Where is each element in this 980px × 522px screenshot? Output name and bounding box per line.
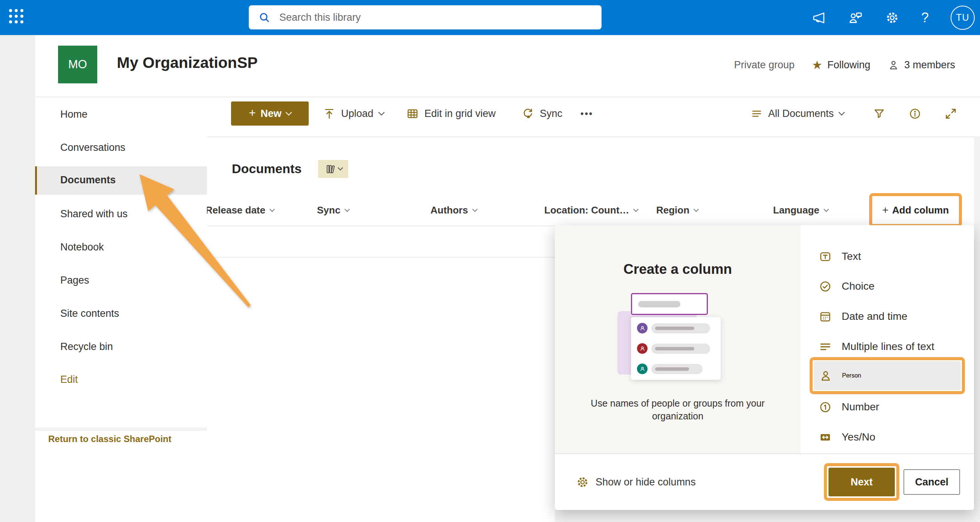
- yes-no-icon: [819, 431, 832, 444]
- sync-button[interactable]: Sync: [522, 101, 562, 126]
- column-type-choice[interactable]: Choice: [819, 274, 875, 299]
- column-label: Location: Count…: [544, 204, 629, 216]
- nav-item-home[interactable]: Home: [60, 109, 88, 120]
- following-control[interactable]: ★ Following: [812, 59, 870, 71]
- plus-icon: +: [882, 204, 888, 216]
- person-icon: [819, 369, 832, 382]
- search-box[interactable]: [249, 5, 601, 29]
- plus-icon: +: [249, 106, 256, 120]
- column-header-location[interactable]: Location: Count…: [544, 204, 638, 216]
- site-meta: Private group ★ Following 3 members: [734, 53, 956, 77]
- chevron-down-icon: [472, 206, 477, 212]
- upload-button[interactable]: Upload: [323, 101, 384, 126]
- nav-item-edit[interactable]: Edit: [60, 374, 78, 385]
- column-header-release-date[interactable]: Release date: [205, 204, 274, 216]
- illustration-people-card: [631, 317, 721, 380]
- library-icon-button[interactable]: [318, 160, 348, 178]
- illustration-person-row: [637, 323, 714, 334]
- settings-gear-icon[interactable]: [885, 11, 899, 25]
- chevron-down-icon: [824, 206, 829, 212]
- edit-grid-view-label: Edit in grid view: [425, 108, 496, 120]
- search-input[interactable]: [278, 11, 566, 24]
- suite-bar: ? TU: [0, 0, 980, 35]
- column-type-description: Use names of people or groups from your …: [572, 397, 783, 422]
- page-bottom-strip: [555, 510, 980, 522]
- multiline-icon: [819, 340, 832, 353]
- column-label: Sync: [317, 204, 340, 216]
- avatar-red: [637, 343, 648, 354]
- grid-icon: [406, 107, 419, 120]
- sync-label: Sync: [540, 108, 562, 120]
- account-avatar[interactable]: TU: [951, 6, 975, 30]
- left-app-rail: [0, 35, 35, 522]
- next-button-highlight: Next: [824, 463, 899, 501]
- new-button[interactable]: + New: [231, 101, 309, 126]
- view-lines-icon: [751, 108, 762, 120]
- column-header-language[interactable]: Language: [773, 204, 828, 216]
- privacy-label: Private group: [734, 59, 795, 71]
- chevron-down-icon: [633, 206, 638, 212]
- nav-item-conversations[interactable]: Conversations: [60, 142, 126, 153]
- illustration-person-row: [637, 343, 714, 354]
- nav-item-site-contents[interactable]: Site contents: [60, 308, 119, 319]
- column-type-date-time[interactable]: Date and time: [819, 304, 907, 329]
- next-button[interactable]: Next: [829, 468, 895, 496]
- books-library-icon: [325, 164, 336, 175]
- show-hide-columns-button[interactable]: Show or hide columns: [576, 454, 696, 510]
- cancel-button[interactable]: Cancel: [904, 469, 960, 495]
- table-row-divider: [207, 257, 555, 258]
- info-icon[interactable]: [908, 107, 921, 120]
- star-icon: ★: [812, 59, 822, 71]
- expand-diagonal-icon[interactable]: [944, 107, 958, 120]
- more-commands-button[interactable]: •••: [581, 101, 593, 126]
- view-selector[interactable]: All Documents: [751, 101, 844, 126]
- column-type-label: Choice: [842, 280, 875, 292]
- column-header-authors[interactable]: Authors: [430, 204, 477, 216]
- column-type-text[interactable]: Text: [819, 244, 861, 268]
- column-type-label: Number: [842, 401, 879, 413]
- chevron-down-icon: [378, 109, 385, 116]
- suite-bar-actions: ? TU: [812, 0, 975, 35]
- return-to-classic-link[interactable]: Return to classic SharePoint: [48, 434, 172, 444]
- help-icon[interactable]: ?: [921, 10, 929, 26]
- column-type-number[interactable]: Number: [819, 395, 879, 419]
- gear-icon: [576, 476, 589, 489]
- site-logo[interactable]: MO: [58, 46, 97, 83]
- column-type-yes-no[interactable]: Yes/No: [819, 425, 875, 449]
- members-control[interactable]: 3 members: [888, 59, 955, 71]
- sync-icon: [522, 107, 534, 120]
- feedback-people-chat-icon[interactable]: [848, 10, 863, 25]
- add-column-button[interactable]: + Add column: [869, 193, 962, 227]
- nav-item-notebook[interactable]: Notebook: [60, 241, 104, 253]
- table-header-divider: [207, 225, 555, 226]
- filter-funnel-icon[interactable]: [873, 107, 886, 120]
- library-title: Documents: [232, 161, 302, 176]
- column-label: Language: [773, 204, 819, 216]
- panel-preview-section: Create a column: [555, 225, 800, 453]
- column-type-multiline[interactable]: Multiple lines of text: [819, 335, 934, 359]
- sharepoint-library-page: ? TU MO My OrganizationSP Private group …: [0, 0, 980, 522]
- illustration-person-row: [637, 364, 714, 374]
- app-launcher-icon[interactable]: [9, 9, 26, 26]
- site-title[interactable]: My OrganizationSP: [117, 54, 258, 72]
- column-type-person[interactable]: Person: [814, 361, 961, 390]
- announcements-megaphone-icon[interactable]: [812, 11, 826, 25]
- column-type-person-highlight[interactable]: Person: [810, 357, 965, 394]
- nav-item-shared-with-us[interactable]: Shared with us: [60, 208, 128, 220]
- nav-item-recycle-bin[interactable]: Recycle bin: [60, 341, 113, 353]
- more-ellipsis-icon: •••: [581, 108, 593, 119]
- column-header-region[interactable]: Region: [656, 204, 698, 216]
- nav-item-documents[interactable]: Documents: [60, 174, 116, 186]
- column-header-sync[interactable]: Sync: [317, 204, 349, 216]
- edit-grid-view-button[interactable]: Edit in grid view: [406, 101, 496, 126]
- chevron-down-icon: [337, 165, 343, 171]
- show-hide-columns-label: Show or hide columns: [595, 476, 696, 488]
- column-label: Release date: [205, 204, 266, 216]
- chevron-down-icon: [285, 109, 292, 116]
- column-label: Authors: [430, 204, 468, 216]
- nav-item-pages[interactable]: Pages: [60, 275, 89, 286]
- chevron-down-icon: [694, 206, 699, 212]
- person-icon: [888, 59, 899, 71]
- create-column-panel: Create a column: [555, 225, 974, 510]
- members-label: 3 members: [904, 59, 955, 71]
